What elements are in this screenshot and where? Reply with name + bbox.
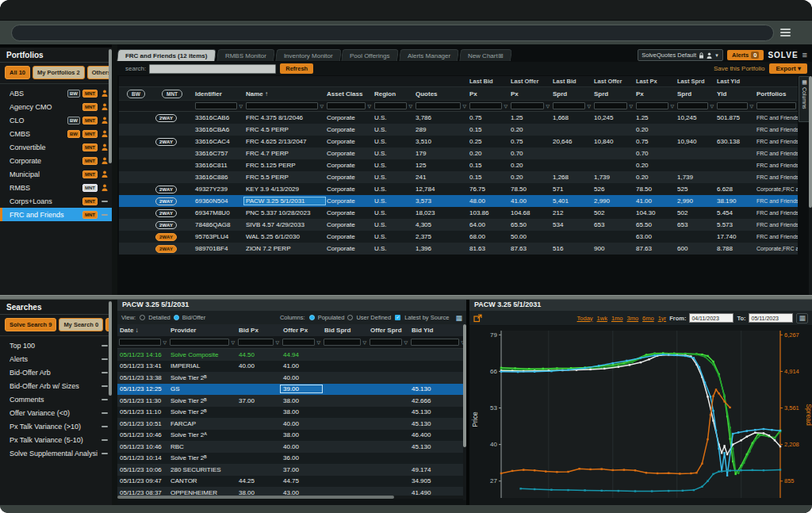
detail-filter-input[interactable]: [411, 339, 459, 346]
quotes-source-dropdown[interactable]: SolveQuotes Default ▼: [638, 49, 723, 61]
table-row[interactable]: 2WAY69347M8U0PNC 5.337 10/28/2023Corpora…: [119, 207, 798, 219]
table-row[interactable]: 33616C811FRC 5.125 PERPCorporateU.S.1250…: [119, 159, 798, 171]
browser-menu-icon[interactable]: [780, 29, 791, 36]
external-link-icon[interactable]: [473, 314, 482, 323]
filter-funnel-icon[interactable]: ▽: [239, 103, 243, 109]
detail-column-bid-px[interactable]: Bid Px: [236, 327, 281, 334]
column-header-asset-class[interactable]: Asset Class: [325, 90, 373, 98]
portfolio-item[interactable]: CMBSBWMNT: [0, 127, 112, 140]
portfolio-item[interactable]: RMBSMNT: [0, 181, 112, 194]
range-link-6mo[interactable]: 6mo: [642, 315, 654, 322]
column-header-sprd[interactable]: Sprd: [676, 90, 715, 98]
table-row[interactable]: 2WAY78486QAG8SIVB 4.57 4/29/2033Corporat…: [119, 219, 798, 231]
quote-row[interactable]: 05/11/23 10:51FARCAP40.0045.130: [117, 418, 466, 430]
range-link-1yr[interactable]: 1yr: [658, 315, 666, 322]
quote-row[interactable]: 05/11/23 11:30Solve Tier 2ᴮ37.0038.0042.…: [117, 395, 466, 407]
quote-row[interactable]: 05/11/23 10:06280 SECURITIES37.0049.174: [117, 464, 466, 476]
search-tab[interactable]: Solve Search 9: [5, 318, 56, 331]
search-item[interactable]: Solve Supplemental Analysis: [0, 446, 112, 460]
column-header-quotes[interactable]: Quotes: [414, 90, 468, 98]
column-header-name[interactable]: Name ↑: [244, 90, 325, 98]
detail-filter-input[interactable]: [282, 339, 315, 346]
search-item[interactable]: Comments: [0, 392, 112, 406]
portfolio-item[interactable]: Agency CMOMNT: [0, 100, 112, 113]
search-tab[interactable]: My Search 0: [59, 318, 103, 331]
portfolio-tab[interactable]: All 10: [5, 66, 30, 79]
column-header-px[interactable]: Px: [468, 90, 509, 98]
address-bar[interactable]: [11, 25, 774, 41]
range-link-1mo[interactable]: 1mo: [611, 315, 623, 322]
filter-funnel-icon[interactable]: ▽: [629, 103, 633, 109]
detail-filter-input[interactable]: [119, 339, 161, 346]
quote-row[interactable]: 05/11/23 12:25GS39.0045.130: [117, 384, 466, 396]
portfolio-item[interactable]: CorporateMNT: [0, 154, 112, 167]
to-date-input[interactable]: [749, 313, 793, 323]
tab-alerts-manager[interactable]: Alerts Manager: [399, 49, 459, 61]
detail-filter-input[interactable]: [170, 339, 229, 346]
chart-grid-icon[interactable]: ▦: [796, 313, 808, 323]
search-input[interactable]: [149, 64, 276, 74]
detail-grid-icon[interactable]: ▦: [455, 314, 462, 322]
columns-radio-user-defined[interactable]: [347, 315, 353, 320]
range-link-1wk[interactable]: 1wk: [597, 315, 607, 322]
portfolio-item[interactable]: ABSBWMNT: [0, 86, 112, 100]
column-header-yld[interactable]: Yld: [715, 90, 755, 98]
quote-row[interactable]: 05/11/23 10:46Solve Tier 2ᴬ38.0046.400: [117, 430, 466, 442]
view-radio-detailed[interactable]: [140, 315, 145, 320]
filter-input[interactable]: [374, 102, 407, 109]
detail-filter-funnel-icon[interactable]: ▽: [231, 339, 235, 345]
search-item[interactable]: Top 100: [0, 339, 112, 352]
range-link-today[interactable]: Today: [577, 315, 593, 322]
quote-row[interactable]: 05/11/23 14:16Solve Composite44.5044.94: [117, 349, 466, 361]
table-row[interactable]: 33616C757FRC 4.7 PERPCorporateU.S.1790.2…: [119, 147, 798, 159]
export-button[interactable]: Export ▾: [769, 63, 807, 74]
detail-column-offer-sprd[interactable]: Offer Sprd: [368, 327, 409, 334]
search-item[interactable]: Px Talk Variance (>10): [0, 419, 112, 433]
column-header-sprd[interactable]: Sprd: [551, 90, 592, 98]
filter-funnel-icon[interactable]: ▽: [546, 103, 550, 109]
quote-row[interactable]: 05/11/23 10:46RBC40.0045.130: [117, 441, 466, 453]
filter-input[interactable]: [553, 102, 585, 109]
portfolio-item[interactable]: FRC and FriendsMNT: [0, 208, 112, 221]
filter-input[interactable]: [469, 102, 502, 109]
filter-funnel-icon[interactable]: ▽: [749, 103, 753, 109]
quote-row[interactable]: 05/11/23 09:47CANTOR44.2544.7534.905: [117, 476, 466, 488]
detail-column-bid-sprd[interactable]: Bid Sprd: [322, 327, 368, 334]
search-item[interactable]: Px Talk Variance (5-10): [0, 433, 112, 446]
column-header-px[interactable]: Px: [634, 90, 676, 98]
detail-scrollbar[interactable]: [463, 324, 466, 500]
filter-funnel-icon[interactable]: ▽: [462, 103, 466, 109]
quote-row[interactable]: 05/11/23 13:41IMPERIAL40.0041.00: [117, 361, 466, 373]
detail-column-date[interactable]: Date ↓: [117, 327, 168, 334]
detail-filter-input[interactable]: [370, 339, 402, 346]
sidebar-splitter[interactable]: [112, 44, 117, 505]
portfolio-item[interactable]: MunicipalMNT: [0, 167, 112, 181]
column-header-portfolios[interactable]: Portfolios: [755, 90, 798, 98]
quote-row[interactable]: 05/11/23 13:38Solve Tier 2ᴮ40.00: [117, 372, 466, 384]
filter-input[interactable]: [195, 102, 237, 109]
column-header-mnt[interactable]: MNT: [154, 90, 193, 98]
portfolio-tab[interactable]: My Portfolios 2: [33, 66, 85, 79]
search-item[interactable]: Alerts: [0, 352, 112, 366]
filter-input[interactable]: [416, 102, 461, 109]
search-item[interactable]: Offer Variance (<0): [0, 406, 112, 419]
column-header-px[interactable]: Px: [509, 90, 551, 98]
detail-hscrollbar[interactable]: [117, 496, 463, 499]
detail-filter-funnel-icon[interactable]: ▽: [316, 339, 320, 345]
filter-input[interactable]: [594, 102, 627, 109]
column-header-region[interactable]: Region: [373, 90, 414, 98]
table-row[interactable]: 2WAY95763PLU4WAL 5.25 6/1/2030CorporateU…: [119, 231, 798, 243]
filter-input[interactable]: [636, 102, 668, 109]
quote-row[interactable]: 05/11/23 11:10Solve Tier 2ᴮ38.0045.130: [117, 407, 466, 419]
filter-funnel-icon[interactable]: ▽: [670, 103, 674, 109]
filter-funnel-icon[interactable]: ▽: [504, 103, 508, 109]
main-menu-icon[interactable]: ≡: [802, 51, 807, 59]
tab-pool-offerings[interactable]: Pool Offerings: [342, 49, 399, 61]
table-row[interactable]: 33616C886FRC 5.5 PERPCorporateU.S.2410.1…: [119, 171, 798, 183]
filter-input[interactable]: [511, 102, 544, 109]
detail-filter-input[interactable]: [324, 339, 361, 346]
detail-filter-funnel-icon[interactable]: ▽: [404, 339, 408, 345]
filter-funnel-icon[interactable]: ▽: [408, 103, 412, 109]
portfolio-item[interactable]: CLOBWMNT: [0, 113, 112, 127]
range-link-3mo[interactable]: 3mo: [627, 315, 639, 322]
